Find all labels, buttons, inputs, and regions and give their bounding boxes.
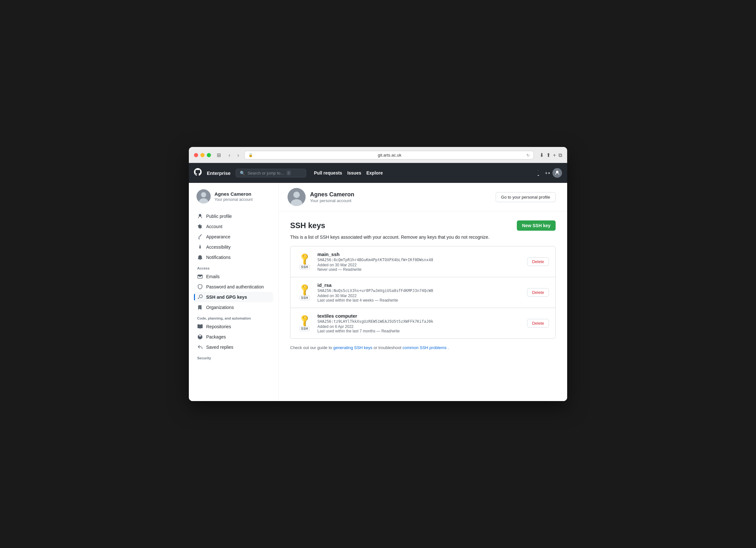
user-avatar xyxy=(197,189,211,203)
sidebar-item-ssh-gpg[interactable]: SSH and GPG keys xyxy=(194,292,273,302)
key-icon: 🔑 xyxy=(298,283,312,297)
back-button[interactable]: ‹ xyxy=(227,152,232,159)
sidebar-user-name: Agnes Cameron xyxy=(214,191,271,197)
paintbrush-icon xyxy=(197,234,203,240)
sidebar-item-repositories[interactable]: Repositories xyxy=(194,322,273,332)
table-row: 🔑 SSH textiles computer SHA256:tz9LHYlTk… xyxy=(290,308,555,339)
search-icon: 🔍 xyxy=(240,171,245,175)
key-name: id_rsa xyxy=(317,283,522,288)
gh-nav-links: Pull requests Issues Explore xyxy=(314,170,383,175)
accessibility-icon xyxy=(197,244,203,250)
page-title: SSH keys xyxy=(290,221,325,230)
top-user-subtitle: Your personal account xyxy=(310,198,354,203)
sidebar-item-label: Account xyxy=(206,224,223,229)
sidebar-item-emails[interactable]: Emails xyxy=(194,271,273,282)
gear-icon xyxy=(197,223,203,229)
table-row: 🔑 SSH main_ssh SHA256:8cQmTpR1hr4BGuKm4P… xyxy=(290,246,555,277)
share-icon[interactable]: ⬆ xyxy=(546,152,550,158)
key-added: Added on 30 Mar 2022 xyxy=(317,263,522,267)
key-usage: Last used within the last 7 months — Rea… xyxy=(317,329,522,333)
panel-description: This is a list of SSH keys associated wi… xyxy=(290,234,556,240)
sidebar-item-label: Saved replies xyxy=(206,345,233,350)
github-logo xyxy=(194,168,202,178)
close-button[interactable] xyxy=(194,153,198,157)
address-bar[interactable]: 🔒 git.arts.ac.uk ↻ xyxy=(244,151,534,159)
download-icon[interactable]: ⬇ xyxy=(540,152,544,158)
key-added: Added on 30 Mar 2022 xyxy=(317,294,522,298)
key-fingerprint: SHA256:NuQs5cLVJhs+ur0P7wJmVgiUSa8sfFdKM… xyxy=(317,289,522,293)
shield-icon xyxy=(197,284,203,290)
user-menu-button[interactable] xyxy=(552,168,562,178)
sidebar-item-password-auth[interactable]: Password and authentication xyxy=(194,282,273,292)
maximize-button[interactable] xyxy=(207,153,211,157)
key-icon-wrap: 🔑 SSH xyxy=(297,285,312,300)
sidebar-item-saved-replies[interactable]: Saved replies xyxy=(194,342,273,352)
code-section-label: Code, planning, and automation xyxy=(194,313,273,322)
key-added: Added on 6 Apr 2022 xyxy=(317,325,522,329)
user-section: Agnes Cameron Your personal account xyxy=(194,189,273,203)
key-details: id_rsa SHA256:NuQs5cLVJhs+ur0P7wJmVgiUSa… xyxy=(317,283,522,303)
key-icon-wrap: 🔑 SSH xyxy=(297,254,312,269)
svg-point-1 xyxy=(201,192,206,197)
footer-text-2: or troubleshoot xyxy=(374,345,402,350)
top-header-user: Agnes Cameron Your personal account xyxy=(288,188,354,206)
building-icon xyxy=(197,305,203,310)
browser-chrome: ⊞ ‹ › 🔒 git.arts.ac.uk ↻ ⬇ ⬆ + ⧉ xyxy=(189,147,567,163)
nav-pull-requests[interactable]: Pull requests xyxy=(314,170,342,175)
tabs-icon[interactable]: ⧉ xyxy=(559,152,562,158)
nav-issues[interactable]: Issues xyxy=(347,170,361,175)
key-icon xyxy=(197,294,203,300)
sidebar-toggle-button[interactable]: ⊞ xyxy=(214,151,223,159)
browser-window: ⊞ ‹ › 🔒 git.arts.ac.uk ↻ ⬇ ⬆ + ⧉ Enterpr… xyxy=(189,147,567,401)
common-ssh-problems-link[interactable]: common SSH problems xyxy=(403,345,447,350)
user-info: Agnes Cameron Your personal account xyxy=(214,191,271,202)
sidebar-item-organizations[interactable]: Organizations xyxy=(194,302,273,313)
footer-end: . xyxy=(448,345,449,350)
sidebar-item-accessibility[interactable]: Accessibility xyxy=(194,242,273,252)
enterprise-label: Enterprise xyxy=(207,170,231,176)
new-ssh-key-button[interactable]: New SSH key xyxy=(517,220,556,231)
sidebar-item-label: Accessibility xyxy=(206,244,231,249)
delete-button[interactable]: Delete xyxy=(527,319,549,328)
profile-button[interactable]: Go to your personal profile xyxy=(496,192,556,202)
search-shortcut: / xyxy=(287,171,291,175)
ssh-key-list: 🔑 SSH main_ssh SHA256:8cQmTpR1hr4BGuKm4P… xyxy=(290,246,556,339)
notifications-button[interactable] xyxy=(534,169,542,177)
key-usage: Never used — Read/write xyxy=(317,267,522,272)
panel-header: SSH keys New SSH key xyxy=(290,220,556,231)
nav-explore[interactable]: Explore xyxy=(366,170,383,175)
refresh-icon[interactable]: ↻ xyxy=(526,153,530,157)
generating-ssh-keys-link[interactable]: generating SSH keys xyxy=(333,345,372,350)
delete-button[interactable]: Delete xyxy=(527,288,549,297)
delete-button[interactable]: Delete xyxy=(527,257,549,266)
key-details: main_ssh SHA256:8cQmTpR1hr4BGuKm4PptKTOX… xyxy=(317,251,522,272)
page-content: Agnes Cameron Your personal account Publ… xyxy=(189,183,567,401)
sidebar-item-label: Public profile xyxy=(206,214,232,219)
sidebar-item-label: Emails xyxy=(206,274,220,279)
add-tab-icon[interactable]: + xyxy=(553,152,556,158)
sidebar-item-account[interactable]: Account xyxy=(194,221,273,232)
sidebar-item-notifications[interactable]: Notifications xyxy=(194,252,273,262)
footer-text: Check out our guide to xyxy=(290,345,333,350)
key-name: textiles computer xyxy=(317,313,522,319)
key-icon: 🔑 xyxy=(298,251,312,266)
search-bar[interactable]: 🔍 Search or jump to... / xyxy=(236,169,306,177)
forward-button[interactable]: › xyxy=(235,152,241,159)
create-button[interactable]: + ▾ xyxy=(545,170,550,175)
reply-icon xyxy=(197,344,203,350)
key-fingerprint: SHA256:tz9LHYlTkkXsgUzREW51WEAJ5U5t5zXWF… xyxy=(317,319,522,324)
sidebar-item-appearance[interactable]: Appearance xyxy=(194,232,273,242)
sidebar-item-packages[interactable]: Packages xyxy=(194,332,273,342)
key-fingerprint: SHA256:8cQmTpR1hr4BGuKm4PptKTOXPX4bLfW+I… xyxy=(317,257,522,262)
key-usage: Last used within the last 4 weeks — Read… xyxy=(317,298,522,303)
sidebar-user-subtitle: Your personal account xyxy=(214,197,271,202)
svg-point-4 xyxy=(293,191,300,198)
sidebar-item-public-profile[interactable]: Public profile xyxy=(194,211,273,221)
nav-section-security: Security xyxy=(194,352,273,361)
gh-navbar: Enterprise 🔍 Search or jump to... / Pull… xyxy=(189,163,567,183)
key-icon: 🔑 xyxy=(298,313,312,328)
lock-icon: 🔒 xyxy=(248,153,253,157)
plus-icon: + xyxy=(545,170,548,175)
minimize-button[interactable] xyxy=(200,153,205,157)
key-icon-wrap: 🔑 SSH xyxy=(297,316,312,331)
